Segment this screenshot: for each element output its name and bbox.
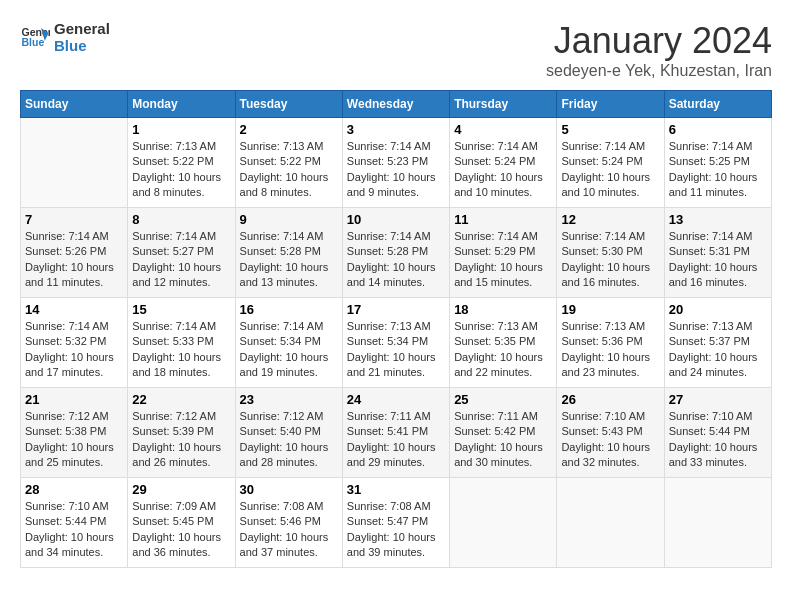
day-info: Sunrise: 7:13 AM Sunset: 5:22 PM Dayligh…: [240, 139, 338, 201]
day-number: 11: [454, 212, 552, 227]
day-info: Sunrise: 7:14 AM Sunset: 5:27 PM Dayligh…: [132, 229, 230, 291]
day-info: Sunrise: 7:14 AM Sunset: 5:24 PM Dayligh…: [561, 139, 659, 201]
day-number: 1: [132, 122, 230, 137]
day-number: 29: [132, 482, 230, 497]
calendar-subtitle: sedeyen-e Yek, Khuzestan, Iran: [546, 62, 772, 80]
calendar-cell: [664, 478, 771, 568]
calendar-cell: 4Sunrise: 7:14 AM Sunset: 5:24 PM Daylig…: [450, 118, 557, 208]
day-number: 9: [240, 212, 338, 227]
header: General Blue General Blue January 2024 s…: [20, 20, 772, 80]
calendar-cell: 18Sunrise: 7:13 AM Sunset: 5:35 PM Dayli…: [450, 298, 557, 388]
title-section: January 2024 sedeyen-e Yek, Khuzestan, I…: [546, 20, 772, 80]
day-number: 26: [561, 392, 659, 407]
calendar-cell: 20Sunrise: 7:13 AM Sunset: 5:37 PM Dayli…: [664, 298, 771, 388]
calendar-cell: 26Sunrise: 7:10 AM Sunset: 5:43 PM Dayli…: [557, 388, 664, 478]
calendar-title: January 2024: [546, 20, 772, 62]
day-info: Sunrise: 7:13 AM Sunset: 5:36 PM Dayligh…: [561, 319, 659, 381]
calendar-cell: 10Sunrise: 7:14 AM Sunset: 5:28 PM Dayli…: [342, 208, 449, 298]
day-number: 18: [454, 302, 552, 317]
calendar-cell: 8Sunrise: 7:14 AM Sunset: 5:27 PM Daylig…: [128, 208, 235, 298]
day-header-wednesday: Wednesday: [342, 91, 449, 118]
calendar-table: SundayMondayTuesdayWednesdayThursdayFrid…: [20, 90, 772, 568]
calendar-cell: [450, 478, 557, 568]
day-number: 30: [240, 482, 338, 497]
calendar-cell: 5Sunrise: 7:14 AM Sunset: 5:24 PM Daylig…: [557, 118, 664, 208]
day-number: 3: [347, 122, 445, 137]
day-number: 2: [240, 122, 338, 137]
day-info: Sunrise: 7:10 AM Sunset: 5:43 PM Dayligh…: [561, 409, 659, 471]
day-number: 20: [669, 302, 767, 317]
calendar-cell: 22Sunrise: 7:12 AM Sunset: 5:39 PM Dayli…: [128, 388, 235, 478]
calendar-cell: [557, 478, 664, 568]
logo: General Blue General Blue: [20, 20, 110, 54]
day-info: Sunrise: 7:10 AM Sunset: 5:44 PM Dayligh…: [669, 409, 767, 471]
day-number: 31: [347, 482, 445, 497]
day-info: Sunrise: 7:14 AM Sunset: 5:34 PM Dayligh…: [240, 319, 338, 381]
calendar-cell: 7Sunrise: 7:14 AM Sunset: 5:26 PM Daylig…: [21, 208, 128, 298]
day-number: 22: [132, 392, 230, 407]
calendar-cell: 29Sunrise: 7:09 AM Sunset: 5:45 PM Dayli…: [128, 478, 235, 568]
day-header-monday: Monday: [128, 91, 235, 118]
day-number: 15: [132, 302, 230, 317]
day-number: 19: [561, 302, 659, 317]
calendar-cell: 12Sunrise: 7:14 AM Sunset: 5:30 PM Dayli…: [557, 208, 664, 298]
day-number: 16: [240, 302, 338, 317]
day-info: Sunrise: 7:14 AM Sunset: 5:28 PM Dayligh…: [347, 229, 445, 291]
logo-line2: Blue: [54, 37, 110, 54]
day-info: Sunrise: 7:14 AM Sunset: 5:29 PM Dayligh…: [454, 229, 552, 291]
day-number: 23: [240, 392, 338, 407]
calendar-cell: 6Sunrise: 7:14 AM Sunset: 5:25 PM Daylig…: [664, 118, 771, 208]
day-info: Sunrise: 7:11 AM Sunset: 5:42 PM Dayligh…: [454, 409, 552, 471]
logo-icon: General Blue: [20, 22, 50, 52]
calendar-cell: 24Sunrise: 7:11 AM Sunset: 5:41 PM Dayli…: [342, 388, 449, 478]
day-info: Sunrise: 7:09 AM Sunset: 5:45 PM Dayligh…: [132, 499, 230, 561]
calendar-cell: 23Sunrise: 7:12 AM Sunset: 5:40 PM Dayli…: [235, 388, 342, 478]
calendar-cell: 15Sunrise: 7:14 AM Sunset: 5:33 PM Dayli…: [128, 298, 235, 388]
day-info: Sunrise: 7:10 AM Sunset: 5:44 PM Dayligh…: [25, 499, 123, 561]
day-header-tuesday: Tuesday: [235, 91, 342, 118]
day-info: Sunrise: 7:14 AM Sunset: 5:32 PM Dayligh…: [25, 319, 123, 381]
calendar-cell: 11Sunrise: 7:14 AM Sunset: 5:29 PM Dayli…: [450, 208, 557, 298]
day-info: Sunrise: 7:14 AM Sunset: 5:31 PM Dayligh…: [669, 229, 767, 291]
day-number: 13: [669, 212, 767, 227]
calendar-cell: 1Sunrise: 7:13 AM Sunset: 5:22 PM Daylig…: [128, 118, 235, 208]
day-info: Sunrise: 7:14 AM Sunset: 5:23 PM Dayligh…: [347, 139, 445, 201]
week-row-2: 7Sunrise: 7:14 AM Sunset: 5:26 PM Daylig…: [21, 208, 772, 298]
day-number: 17: [347, 302, 445, 317]
day-info: Sunrise: 7:08 AM Sunset: 5:47 PM Dayligh…: [347, 499, 445, 561]
day-header-sunday: Sunday: [21, 91, 128, 118]
day-number: 14: [25, 302, 123, 317]
days-header-row: SundayMondayTuesdayWednesdayThursdayFrid…: [21, 91, 772, 118]
day-number: 21: [25, 392, 123, 407]
week-row-4: 21Sunrise: 7:12 AM Sunset: 5:38 PM Dayli…: [21, 388, 772, 478]
calendar-cell: [21, 118, 128, 208]
day-number: 25: [454, 392, 552, 407]
calendar-cell: 17Sunrise: 7:13 AM Sunset: 5:34 PM Dayli…: [342, 298, 449, 388]
day-header-saturday: Saturday: [664, 91, 771, 118]
day-number: 6: [669, 122, 767, 137]
day-info: Sunrise: 7:14 AM Sunset: 5:26 PM Dayligh…: [25, 229, 123, 291]
calendar-cell: 28Sunrise: 7:10 AM Sunset: 5:44 PM Dayli…: [21, 478, 128, 568]
day-info: Sunrise: 7:14 AM Sunset: 5:24 PM Dayligh…: [454, 139, 552, 201]
day-info: Sunrise: 7:13 AM Sunset: 5:34 PM Dayligh…: [347, 319, 445, 381]
day-number: 5: [561, 122, 659, 137]
calendar-cell: 3Sunrise: 7:14 AM Sunset: 5:23 PM Daylig…: [342, 118, 449, 208]
day-info: Sunrise: 7:08 AM Sunset: 5:46 PM Dayligh…: [240, 499, 338, 561]
week-row-3: 14Sunrise: 7:14 AM Sunset: 5:32 PM Dayli…: [21, 298, 772, 388]
calendar-cell: 27Sunrise: 7:10 AM Sunset: 5:44 PM Dayli…: [664, 388, 771, 478]
day-number: 12: [561, 212, 659, 227]
calendar-cell: 19Sunrise: 7:13 AM Sunset: 5:36 PM Dayli…: [557, 298, 664, 388]
calendar-cell: 30Sunrise: 7:08 AM Sunset: 5:46 PM Dayli…: [235, 478, 342, 568]
day-number: 24: [347, 392, 445, 407]
day-number: 10: [347, 212, 445, 227]
calendar-cell: 16Sunrise: 7:14 AM Sunset: 5:34 PM Dayli…: [235, 298, 342, 388]
calendar-cell: 21Sunrise: 7:12 AM Sunset: 5:38 PM Dayli…: [21, 388, 128, 478]
logo-line1: General: [54, 20, 110, 37]
day-number: 7: [25, 212, 123, 227]
day-number: 8: [132, 212, 230, 227]
day-header-friday: Friday: [557, 91, 664, 118]
day-info: Sunrise: 7:14 AM Sunset: 5:28 PM Dayligh…: [240, 229, 338, 291]
day-info: Sunrise: 7:13 AM Sunset: 5:35 PM Dayligh…: [454, 319, 552, 381]
day-number: 28: [25, 482, 123, 497]
calendar-cell: 14Sunrise: 7:14 AM Sunset: 5:32 PM Dayli…: [21, 298, 128, 388]
